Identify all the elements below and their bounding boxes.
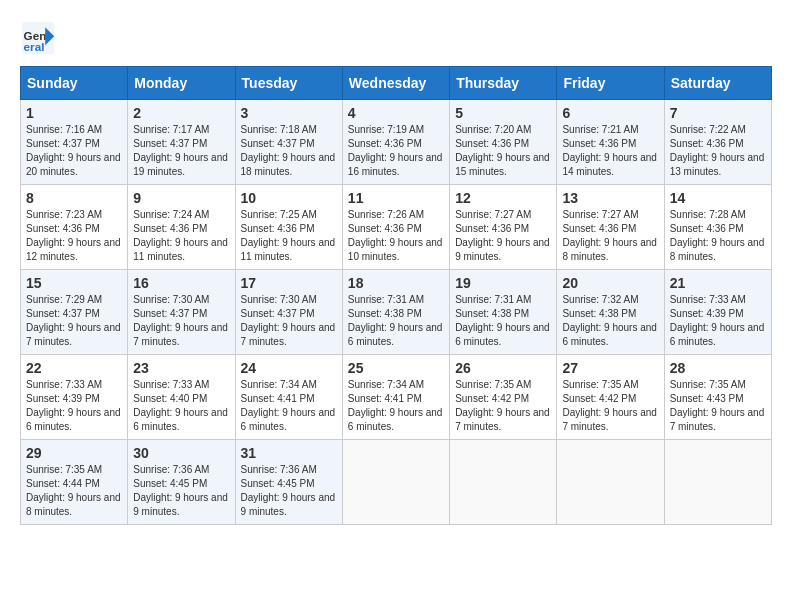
cell-info: Sunrise: 7:28 AM Sunset: 4:36 PM Dayligh… xyxy=(670,208,766,264)
day-number: 1 xyxy=(26,105,122,121)
day-number: 23 xyxy=(133,360,229,376)
day-number: 18 xyxy=(348,275,444,291)
day-number: 16 xyxy=(133,275,229,291)
cell-info: Sunrise: 7:19 AM Sunset: 4:36 PM Dayligh… xyxy=(348,123,444,179)
calendar-cell: 19Sunrise: 7:31 AM Sunset: 4:38 PM Dayli… xyxy=(450,270,557,355)
cell-info: Sunrise: 7:30 AM Sunset: 4:37 PM Dayligh… xyxy=(133,293,229,349)
cell-info: Sunrise: 7:21 AM Sunset: 4:36 PM Dayligh… xyxy=(562,123,658,179)
cell-info: Sunrise: 7:33 AM Sunset: 4:39 PM Dayligh… xyxy=(26,378,122,434)
day-number: 11 xyxy=(348,190,444,206)
calendar-cell xyxy=(342,440,449,525)
day-number: 29 xyxy=(26,445,122,461)
col-header-wednesday: Wednesday xyxy=(342,67,449,100)
day-number: 27 xyxy=(562,360,658,376)
logo-icon: Gen eral xyxy=(20,20,56,56)
cell-info: Sunrise: 7:35 AM Sunset: 4:43 PM Dayligh… xyxy=(670,378,766,434)
col-header-tuesday: Tuesday xyxy=(235,67,342,100)
day-number: 6 xyxy=(562,105,658,121)
day-number: 3 xyxy=(241,105,337,121)
day-number: 4 xyxy=(348,105,444,121)
cell-info: Sunrise: 7:36 AM Sunset: 4:45 PM Dayligh… xyxy=(241,463,337,519)
calendar-cell: 16Sunrise: 7:30 AM Sunset: 4:37 PM Dayli… xyxy=(128,270,235,355)
day-number: 26 xyxy=(455,360,551,376)
svg-text:eral: eral xyxy=(24,40,45,53)
calendar-cell: 24Sunrise: 7:34 AM Sunset: 4:41 PM Dayli… xyxy=(235,355,342,440)
calendar-cell: 21Sunrise: 7:33 AM Sunset: 4:39 PM Dayli… xyxy=(664,270,771,355)
cell-info: Sunrise: 7:20 AM Sunset: 4:36 PM Dayligh… xyxy=(455,123,551,179)
calendar-table: SundayMondayTuesdayWednesdayThursdayFrid… xyxy=(20,66,772,525)
day-number: 25 xyxy=(348,360,444,376)
logo: Gen eral xyxy=(20,20,60,56)
calendar-cell: 6Sunrise: 7:21 AM Sunset: 4:36 PM Daylig… xyxy=(557,100,664,185)
calendar-cell: 9Sunrise: 7:24 AM Sunset: 4:36 PM Daylig… xyxy=(128,185,235,270)
calendar-cell: 25Sunrise: 7:34 AM Sunset: 4:41 PM Dayli… xyxy=(342,355,449,440)
calendar-cell: 5Sunrise: 7:20 AM Sunset: 4:36 PM Daylig… xyxy=(450,100,557,185)
calendar-cell xyxy=(557,440,664,525)
calendar-cell: 7Sunrise: 7:22 AM Sunset: 4:36 PM Daylig… xyxy=(664,100,771,185)
day-number: 14 xyxy=(670,190,766,206)
cell-info: Sunrise: 7:31 AM Sunset: 4:38 PM Dayligh… xyxy=(348,293,444,349)
calendar-cell: 23Sunrise: 7:33 AM Sunset: 4:40 PM Dayli… xyxy=(128,355,235,440)
day-number: 15 xyxy=(26,275,122,291)
calendar-cell xyxy=(450,440,557,525)
cell-info: Sunrise: 7:34 AM Sunset: 4:41 PM Dayligh… xyxy=(348,378,444,434)
day-number: 17 xyxy=(241,275,337,291)
cell-info: Sunrise: 7:31 AM Sunset: 4:38 PM Dayligh… xyxy=(455,293,551,349)
calendar-cell xyxy=(664,440,771,525)
day-number: 10 xyxy=(241,190,337,206)
day-number: 28 xyxy=(670,360,766,376)
day-number: 22 xyxy=(26,360,122,376)
calendar-cell: 14Sunrise: 7:28 AM Sunset: 4:36 PM Dayli… xyxy=(664,185,771,270)
header: Gen eral xyxy=(20,20,772,56)
cell-info: Sunrise: 7:23 AM Sunset: 4:36 PM Dayligh… xyxy=(26,208,122,264)
day-number: 24 xyxy=(241,360,337,376)
day-number: 19 xyxy=(455,275,551,291)
cell-info: Sunrise: 7:27 AM Sunset: 4:36 PM Dayligh… xyxy=(455,208,551,264)
calendar-cell: 13Sunrise: 7:27 AM Sunset: 4:36 PM Dayli… xyxy=(557,185,664,270)
cell-info: Sunrise: 7:16 AM Sunset: 4:37 PM Dayligh… xyxy=(26,123,122,179)
col-header-friday: Friday xyxy=(557,67,664,100)
calendar-cell: 17Sunrise: 7:30 AM Sunset: 4:37 PM Dayli… xyxy=(235,270,342,355)
day-number: 30 xyxy=(133,445,229,461)
cell-info: Sunrise: 7:35 AM Sunset: 4:42 PM Dayligh… xyxy=(455,378,551,434)
calendar-cell: 15Sunrise: 7:29 AM Sunset: 4:37 PM Dayli… xyxy=(21,270,128,355)
cell-info: Sunrise: 7:17 AM Sunset: 4:37 PM Dayligh… xyxy=(133,123,229,179)
calendar-cell: 4Sunrise: 7:19 AM Sunset: 4:36 PM Daylig… xyxy=(342,100,449,185)
col-header-saturday: Saturday xyxy=(664,67,771,100)
day-number: 12 xyxy=(455,190,551,206)
calendar-cell: 1Sunrise: 7:16 AM Sunset: 4:37 PM Daylig… xyxy=(21,100,128,185)
calendar-cell: 18Sunrise: 7:31 AM Sunset: 4:38 PM Dayli… xyxy=(342,270,449,355)
cell-info: Sunrise: 7:30 AM Sunset: 4:37 PM Dayligh… xyxy=(241,293,337,349)
cell-info: Sunrise: 7:32 AM Sunset: 4:38 PM Dayligh… xyxy=(562,293,658,349)
day-number: 13 xyxy=(562,190,658,206)
col-header-sunday: Sunday xyxy=(21,67,128,100)
day-number: 2 xyxy=(133,105,229,121)
cell-info: Sunrise: 7:33 AM Sunset: 4:39 PM Dayligh… xyxy=(670,293,766,349)
cell-info: Sunrise: 7:36 AM Sunset: 4:45 PM Dayligh… xyxy=(133,463,229,519)
calendar-cell: 28Sunrise: 7:35 AM Sunset: 4:43 PM Dayli… xyxy=(664,355,771,440)
cell-info: Sunrise: 7:27 AM Sunset: 4:36 PM Dayligh… xyxy=(562,208,658,264)
calendar-cell: 26Sunrise: 7:35 AM Sunset: 4:42 PM Dayli… xyxy=(450,355,557,440)
cell-info: Sunrise: 7:35 AM Sunset: 4:44 PM Dayligh… xyxy=(26,463,122,519)
cell-info: Sunrise: 7:24 AM Sunset: 4:36 PM Dayligh… xyxy=(133,208,229,264)
day-number: 8 xyxy=(26,190,122,206)
cell-info: Sunrise: 7:29 AM Sunset: 4:37 PM Dayligh… xyxy=(26,293,122,349)
cell-info: Sunrise: 7:26 AM Sunset: 4:36 PM Dayligh… xyxy=(348,208,444,264)
day-number: 21 xyxy=(670,275,766,291)
calendar-cell: 12Sunrise: 7:27 AM Sunset: 4:36 PM Dayli… xyxy=(450,185,557,270)
col-header-monday: Monday xyxy=(128,67,235,100)
col-header-thursday: Thursday xyxy=(450,67,557,100)
calendar-cell: 3Sunrise: 7:18 AM Sunset: 4:37 PM Daylig… xyxy=(235,100,342,185)
calendar-cell: 2Sunrise: 7:17 AM Sunset: 4:37 PM Daylig… xyxy=(128,100,235,185)
calendar-cell: 30Sunrise: 7:36 AM Sunset: 4:45 PM Dayli… xyxy=(128,440,235,525)
calendar-cell: 27Sunrise: 7:35 AM Sunset: 4:42 PM Dayli… xyxy=(557,355,664,440)
calendar-cell: 10Sunrise: 7:25 AM Sunset: 4:36 PM Dayli… xyxy=(235,185,342,270)
calendar-cell: 22Sunrise: 7:33 AM Sunset: 4:39 PM Dayli… xyxy=(21,355,128,440)
cell-info: Sunrise: 7:25 AM Sunset: 4:36 PM Dayligh… xyxy=(241,208,337,264)
cell-info: Sunrise: 7:33 AM Sunset: 4:40 PM Dayligh… xyxy=(133,378,229,434)
day-number: 5 xyxy=(455,105,551,121)
cell-info: Sunrise: 7:18 AM Sunset: 4:37 PM Dayligh… xyxy=(241,123,337,179)
calendar-cell: 11Sunrise: 7:26 AM Sunset: 4:36 PM Dayli… xyxy=(342,185,449,270)
calendar-cell: 8Sunrise: 7:23 AM Sunset: 4:36 PM Daylig… xyxy=(21,185,128,270)
calendar-cell: 29Sunrise: 7:35 AM Sunset: 4:44 PM Dayli… xyxy=(21,440,128,525)
